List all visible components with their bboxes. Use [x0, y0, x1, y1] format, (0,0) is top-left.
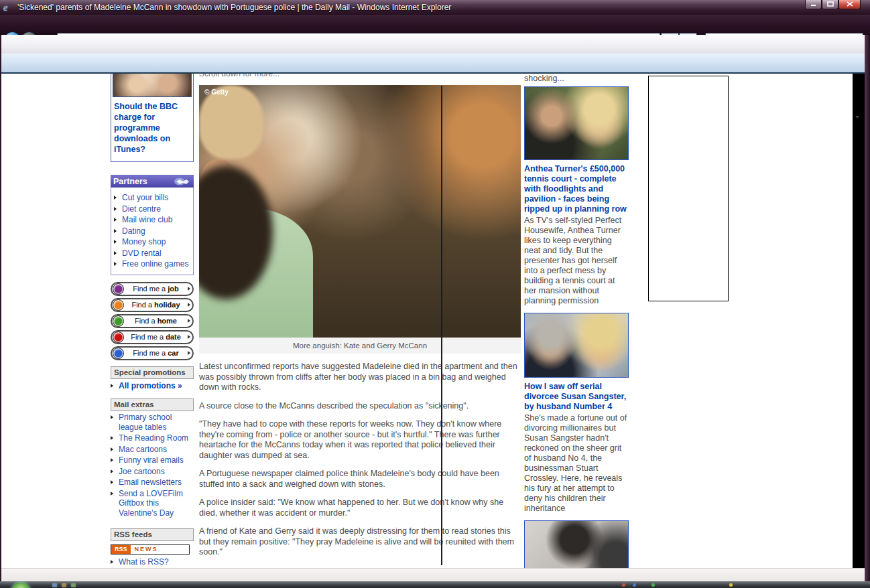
quick-toolbar-row	[0, 35, 870, 54]
close-button[interactable]	[838, 0, 861, 9]
quicklaunch-icon[interactable]	[52, 583, 57, 587]
mail-extras-link-item[interactable]: Funny viral emails	[111, 455, 194, 465]
partner-link-item[interactable]: DVD rental	[114, 248, 191, 259]
special-promotions-header: Special promotions	[111, 366, 194, 379]
article-paragraph: Latest unconfirmed reports have suggeste…	[199, 362, 521, 393]
partners-title: Partners	[113, 177, 147, 186]
poll-box: Should the BBC charge for programme down…	[111, 74, 194, 162]
article-column: Scroll down for more... © Getty More ang…	[199, 74, 521, 558]
bullet-arrow-icon	[114, 196, 119, 200]
poll-headline-link[interactable]: Should the BBC charge for programme down…	[113, 97, 192, 160]
partners-header: Partners	[111, 175, 194, 188]
mail-extras-link-item[interactable]: Joe cartoons	[111, 467, 194, 477]
all-promotions-link[interactable]: All promotions »	[111, 381, 194, 391]
find-button[interactable]: Find me a car	[111, 346, 194, 360]
bullet-arrow-icon	[111, 469, 116, 473]
mail-extras-link-item[interactable]: Primary school league tables	[111, 413, 194, 432]
tray-icon[interactable]	[651, 583, 655, 587]
windows-taskbar	[0, 581, 870, 588]
arrow-right-icon	[188, 351, 190, 355]
bullet-arrow-icon	[111, 384, 116, 388]
story-headline-link[interactable]: Anthea Turner's £500,000 tennis court - …	[524, 164, 629, 214]
ad-placeholder	[648, 76, 729, 301]
partner-link-item[interactable]: Diet centre	[114, 204, 191, 214]
arrow-right-icon	[188, 319, 190, 323]
article-paragraph: A police insider said: "We know what hap…	[199, 498, 521, 518]
minimize-button[interactable]	[805, 0, 822, 9]
bullet-arrow-icon	[114, 240, 119, 244]
tray-icon[interactable]	[633, 583, 636, 587]
find-category-icon	[113, 332, 124, 343]
article-photo: © Getty	[199, 85, 521, 338]
news-badge-label: NEWS	[131, 545, 189, 554]
tray-icon[interactable]	[622, 583, 625, 587]
arrow-right-icon	[188, 303, 190, 307]
help-chevron-icon[interactable]	[855, 116, 859, 119]
mail-extras-link-item[interactable]: Mac cartoons	[111, 445, 194, 455]
left-sidebar: Should the BBC charge for programme down…	[111, 74, 194, 568]
start-orb[interactable]	[11, 583, 31, 588]
bullet-arrow-icon	[114, 262, 119, 266]
article-paragraph: A Portuguese newspaper claimed police th…	[199, 469, 521, 490]
find-button[interactable]: Find me a date	[111, 330, 194, 344]
bullet-arrow-icon	[111, 447, 116, 451]
arrow-right-icon	[188, 335, 190, 339]
bullet-arrow-icon	[111, 560, 116, 564]
article-paragraph: "They have had to cope with these report…	[199, 419, 521, 461]
partner-link-item[interactable]: Cut your bills	[114, 193, 191, 203]
story-headline-link[interactable]: How I saw off serial divorcee Susan Sang…	[524, 382, 629, 412]
rss-link-item[interactable]: What is RSS?	[111, 557, 194, 567]
photo-figure	[199, 85, 263, 159]
find-button[interactable]: Find a home	[111, 314, 194, 328]
tray-icon[interactable]	[729, 583, 733, 587]
poll-image[interactable]	[113, 74, 192, 97]
bullet-arrow-icon	[111, 436, 116, 440]
maximize-button[interactable]	[822, 0, 838, 9]
handshake-icon	[174, 177, 191, 186]
rss-badge-label: RSS	[111, 545, 131, 554]
article-paragraph: A friend of Kate and Gerry said it was d…	[199, 526, 521, 558]
find-button[interactable]: Find me a job	[111, 282, 194, 296]
quicklaunch-icon[interactable]	[62, 583, 66, 587]
scroll-more-text: Scroll down for more...	[199, 74, 521, 78]
bullet-arrow-icon	[111, 415, 116, 419]
content-divider	[441, 86, 442, 565]
partner-link-item[interactable]: Free online games	[114, 259, 191, 269]
photo-credit: © Getty	[204, 88, 229, 96]
article-paragraph: A source close to the McCanns described …	[199, 401, 521, 412]
story-body: She's made a fortune out of divorcing mi…	[524, 413, 629, 514]
partner-link-item[interactable]: Mail wine club	[114, 215, 191, 225]
page-viewport: Should the BBC charge for programme down…	[1, 74, 853, 568]
title-bar: e 'Sickened' parents of Madeleine McCann…	[0, 0, 870, 15]
window-title: 'Sickened' parents of Madeleine McCann i…	[17, 3, 451, 12]
mail-extras-list: Primary school league tables The Reading…	[111, 413, 194, 518]
ie-logo-icon: e	[3, 2, 13, 13]
bullet-arrow-icon	[111, 480, 116, 484]
rss-feeds-header: RSS feeds	[111, 528, 194, 541]
status-bar: Internet | Protected Mode: Off 100%	[0, 568, 870, 582]
right-sidebar: shocking... Anthea Turner's £500,000 ten…	[524, 74, 629, 568]
bullet-arrow-icon	[114, 218, 119, 222]
bullet-arrow-icon	[111, 492, 116, 496]
quicklaunch-icon[interactable]	[71, 583, 76, 587]
partners-list: Cut your bills Diet centre Mail wine clu…	[111, 188, 194, 275]
story-photo[interactable]	[524, 86, 629, 160]
story-photo[interactable]	[524, 313, 629, 378]
find-category-icon	[113, 315, 124, 327]
bullet-arrow-icon	[114, 251, 119, 255]
mail-extras-link-item[interactable]: Email newsletters	[111, 477, 194, 488]
photo-caption: More anguish: Kate and Gerry McCann	[199, 338, 521, 354]
find-category-icon	[113, 283, 124, 295]
partner-link-item[interactable]: Dating	[114, 226, 191, 236]
partner-link-item[interactable]: Money shop	[114, 237, 191, 247]
find-category-icon	[113, 348, 124, 359]
find-button[interactable]: Find a holiday	[111, 298, 194, 312]
rss-links-list: What is RSS? All our RSS feeds	[111, 557, 194, 568]
story-photo[interactable]	[524, 520, 629, 568]
mail-extras-link-item[interactable]: The Reading Room	[111, 433, 194, 443]
window-border	[0, 35, 1, 581]
mail-extras-link-item[interactable]: Send a LOVEFilm Giftbox this Valentine's…	[111, 489, 194, 518]
arrow-right-icon	[188, 287, 190, 291]
mail-extras-header: Mail extras	[111, 398, 194, 411]
tab-bar: ★ ★+ 'Sickened' parents of Madeleine McC…	[0, 54, 870, 74]
